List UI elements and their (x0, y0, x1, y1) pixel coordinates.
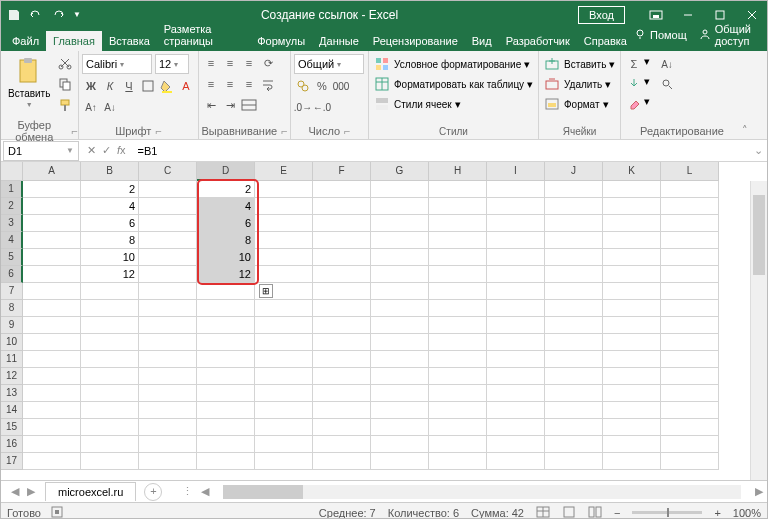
cell[interactable] (81, 419, 139, 436)
tab-review[interactable]: Рецензирование (366, 31, 465, 51)
cell[interactable] (197, 402, 255, 419)
col-header[interactable]: E (255, 162, 313, 181)
cell[interactable] (371, 249, 429, 266)
cell[interactable] (661, 215, 719, 232)
sheet-tab[interactable]: microexcel.ru (45, 482, 136, 501)
row-header[interactable]: 16 (1, 436, 23, 453)
format-table-button[interactable]: Форматировать как таблицу▾ (373, 75, 534, 93)
collapse-ribbon-icon[interactable]: ˄ (742, 124, 748, 137)
cell[interactable] (429, 198, 487, 215)
cell[interactable] (23, 402, 81, 419)
cell[interactable] (313, 419, 371, 436)
cell[interactable] (545, 436, 603, 453)
cell[interactable] (545, 300, 603, 317)
cond-format-button[interactable]: Условное форматирование▾ (373, 55, 534, 73)
cell[interactable] (429, 453, 487, 470)
cell[interactable]: 10 (81, 249, 139, 266)
cell[interactable] (487, 300, 545, 317)
cell[interactable] (429, 300, 487, 317)
inc-indent-icon[interactable]: ⇥ (221, 96, 239, 114)
cell[interactable] (371, 317, 429, 334)
cell[interactable] (81, 334, 139, 351)
cell[interactable] (429, 283, 487, 300)
cell[interactable] (545, 385, 603, 402)
cell[interactable] (661, 198, 719, 215)
cell[interactable] (313, 198, 371, 215)
cell[interactable]: 6 (81, 215, 139, 232)
fx-icon[interactable]: fx (117, 144, 126, 157)
cell[interactable] (139, 181, 197, 198)
insert-cells-button[interactable]: Вставить▾ (543, 55, 616, 73)
cell[interactable] (545, 351, 603, 368)
cell[interactable] (197, 334, 255, 351)
cell[interactable] (603, 249, 661, 266)
cell[interactable] (197, 436, 255, 453)
cell[interactable] (661, 368, 719, 385)
dec-indent-icon[interactable]: ⇤ (202, 96, 220, 114)
cell[interactable] (661, 232, 719, 249)
tab-developer[interactable]: Разработчик (499, 31, 577, 51)
cell[interactable] (255, 402, 313, 419)
find-icon[interactable] (658, 75, 676, 93)
col-header[interactable]: H (429, 162, 487, 181)
enter-icon[interactable]: ✓ (102, 144, 111, 157)
zoom-in-icon[interactable]: + (714, 507, 720, 519)
sort-filter-icon[interactable]: A↓ (658, 55, 676, 73)
cell[interactable] (255, 334, 313, 351)
autofill-options-icon[interactable]: ⊞ (259, 284, 273, 298)
align-top-icon[interactable]: ≡ (202, 54, 220, 72)
cell[interactable] (371, 300, 429, 317)
col-header[interactable]: A (23, 162, 81, 181)
cell[interactable] (603, 215, 661, 232)
cell[interactable] (139, 317, 197, 334)
cell[interactable] (487, 334, 545, 351)
col-header[interactable]: D (197, 162, 255, 181)
tab-home[interactable]: Главная (46, 31, 102, 51)
cell[interactable] (603, 283, 661, 300)
col-header[interactable]: J (545, 162, 603, 181)
save-icon[interactable] (7, 8, 21, 22)
cell[interactable] (139, 419, 197, 436)
currency-icon[interactable] (294, 77, 312, 95)
cell[interactable] (139, 453, 197, 470)
cell[interactable] (23, 368, 81, 385)
cell[interactable] (545, 419, 603, 436)
cell[interactable] (603, 198, 661, 215)
cell[interactable] (487, 385, 545, 402)
cell[interactable] (197, 385, 255, 402)
inc-decimal-icon[interactable]: .0→ (294, 98, 312, 116)
cell[interactable]: 6 (197, 215, 255, 232)
cell[interactable] (255, 351, 313, 368)
cell[interactable] (81, 453, 139, 470)
cell[interactable] (371, 385, 429, 402)
col-header[interactable]: L (661, 162, 719, 181)
cell[interactable] (197, 419, 255, 436)
cell[interactable] (661, 351, 719, 368)
cell[interactable] (371, 266, 429, 283)
cell[interactable] (255, 249, 313, 266)
cell[interactable] (255, 453, 313, 470)
cell[interactable] (371, 351, 429, 368)
cell[interactable] (545, 402, 603, 419)
cell[interactable] (429, 334, 487, 351)
cell[interactable] (429, 419, 487, 436)
cell[interactable] (371, 334, 429, 351)
cell[interactable] (487, 419, 545, 436)
cell[interactable]: 12 (197, 266, 255, 283)
cell[interactable] (81, 368, 139, 385)
cell[interactable] (603, 385, 661, 402)
cell[interactable] (545, 317, 603, 334)
cell[interactable] (661, 334, 719, 351)
cell-styles-button[interactable]: Стили ячеек▾ (373, 95, 534, 113)
cell[interactable] (23, 351, 81, 368)
col-header[interactable]: F (313, 162, 371, 181)
border-icon[interactable] (139, 77, 157, 95)
cell[interactable] (661, 249, 719, 266)
cell[interactable] (255, 215, 313, 232)
cell[interactable] (603, 419, 661, 436)
cell[interactable] (197, 317, 255, 334)
hscroll-left-icon[interactable]: ◀ (201, 485, 209, 498)
cell[interactable] (603, 368, 661, 385)
cell[interactable] (23, 198, 81, 215)
cell[interactable] (545, 215, 603, 232)
